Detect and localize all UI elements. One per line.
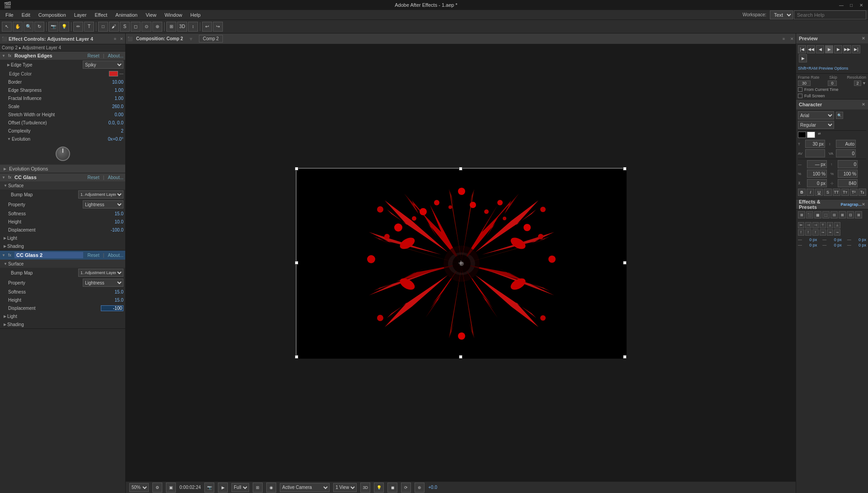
prev-back-frame[interactable]: ◀ (816, 45, 824, 53)
tool-clone[interactable]: S (120, 22, 130, 32)
cc-glass-reset[interactable]: Reset (88, 175, 99, 180)
tool-eraser[interactable]: ◻ (131, 22, 141, 32)
roughen-edges-header[interactable]: ▼ fx Roughen Edges Reset | About... (0, 52, 125, 60)
prev-last[interactable]: ▶| (852, 45, 860, 53)
cc-glass-about[interactable]: About... (108, 175, 123, 180)
paragraph-tab[interactable]: Paragrap... (840, 202, 862, 207)
tool-pen[interactable]: ✏ (73, 22, 83, 32)
tool-select[interactable]: ↖ (2, 22, 12, 32)
ep-icon-3[interactable]: ▦ (814, 211, 821, 218)
ep-icon-6[interactable]: ⊠ (839, 211, 846, 218)
tool-3d[interactable]: 3D (177, 22, 187, 32)
tool-puppet[interactable]: ⊛ (152, 22, 162, 32)
sub-btn[interactable]: T₂ (859, 189, 866, 196)
scale-v-input[interactable] (838, 170, 858, 178)
evolution-expand[interactable]: ▼ (7, 137, 11, 141)
menu-help[interactable]: Help (187, 11, 204, 19)
px-val-a[interactable]: 0 px (809, 237, 817, 242)
cc-glass-2-displacement-value[interactable]: -100 (101, 305, 123, 311)
comp-menu[interactable]: ≡ (783, 37, 785, 41)
evolution-options-header[interactable]: ▶ Evolution Options (0, 165, 125, 173)
tool-zoom[interactable]: 🔍 (24, 22, 33, 32)
ep-icon-5[interactable]: ⊟ (830, 211, 838, 218)
px-val-b[interactable]: 0 px (809, 243, 817, 247)
prev-fwd-frame[interactable]: ▶ (834, 45, 842, 53)
distrib-center-h[interactable]: ⊺ (805, 229, 811, 236)
cc-glass-2-softness-value[interactable]: 15.0 (101, 289, 123, 294)
comp-tab-comp2[interactable]: Comp 2 (199, 35, 223, 43)
handle-tr[interactable] (623, 167, 627, 171)
tool-shape[interactable]: □ (98, 22, 108, 32)
panel-menu-icon[interactable]: ≡ (114, 37, 116, 41)
py-val-a[interactable]: 0 px (834, 237, 842, 242)
align-center-h[interactable]: ⊣ (805, 222, 811, 228)
comp-settings-btn[interactable]: ⚙ (152, 483, 162, 493)
skip-input[interactable] (828, 81, 837, 86)
comp-snap-btn[interactable]: 📷 (204, 483, 214, 493)
tool-roto[interactable]: ⊙ (142, 22, 151, 32)
preview-options-link[interactable]: Shift+RAM Preview Options (798, 65, 866, 71)
menu-edit[interactable]: Edit (18, 11, 34, 19)
cc-glass-2-surface-header[interactable]: ▼ Surface (0, 260, 125, 268)
stroke-color-swatch[interactable] (807, 132, 815, 138)
zoom-select[interactable]: 50% (129, 483, 149, 492)
panel-close-icon[interactable]: ✕ (120, 37, 123, 41)
handle-bl[interactable] (295, 355, 298, 359)
comp-shadows-btn[interactable]: ◼ (387, 483, 397, 493)
handle-br[interactable] (623, 355, 627, 359)
ep-icon-4[interactable]: ⬚ (822, 211, 830, 218)
prev-play[interactable]: ▶ (825, 45, 833, 53)
handle-tm[interactable] (459, 167, 462, 171)
from-current-time-check[interactable] (798, 87, 802, 92)
complexity-value[interactable]: 2 (101, 128, 123, 133)
roughen-edges-reset[interactable]: Reset (88, 53, 99, 58)
ep-close[interactable]: ✕ (862, 202, 865, 207)
cc-glass-shading-row[interactable]: ▶ Shading (0, 242, 125, 250)
strikethrough-btn[interactable]: S (824, 189, 831, 196)
menu-layer[interactable]: Layer (71, 11, 90, 19)
roughen-edges-about[interactable]: About... (108, 53, 123, 58)
comp-region-btn[interactable]: ▣ (166, 483, 176, 493)
bold-btn[interactable]: B (798, 189, 806, 196)
handle-mr[interactable] (623, 261, 627, 265)
px-input-1[interactable] (807, 160, 827, 168)
minimize-button[interactable]: — (838, 2, 844, 8)
comp-preview-btn[interactable]: ▶ (218, 483, 228, 493)
comp-3d-btn[interactable]: 3D (360, 483, 370, 493)
comp-viewer[interactable] (126, 44, 796, 481)
comp-motion-btn[interactable]: ⟳ (401, 483, 411, 493)
edge-sharpness-value[interactable]: 1.00 (101, 88, 123, 93)
cc-glass-2-shading-row[interactable]: ▶ Shading (0, 320, 125, 328)
tool-undo[interactable]: ↩ (202, 22, 212, 32)
search-input[interactable] (794, 10, 866, 19)
evolution-opts-expand[interactable]: ▶ (4, 167, 6, 171)
effects-presets-header[interactable]: Effects & Presets Paragrap... ✕ (796, 199, 868, 209)
edge-type-expand[interactable]: ▶ (7, 63, 10, 67)
active-camera-select[interactable]: Active Camera (280, 483, 330, 492)
preview-header[interactable]: Preview ✕ (796, 33, 868, 43)
comp-close[interactable]: ✕ (790, 37, 794, 41)
menu-effect[interactable]: Effect (91, 11, 111, 19)
cc-glass-2-bumpmap-select[interactable]: 1. Adjustment Layer 4 (78, 269, 123, 277)
comp-lights-btn[interactable]: 💡 (374, 483, 384, 493)
leading-input[interactable] (836, 140, 856, 148)
tool-rotate[interactable]: ↻ (34, 22, 44, 32)
cc-glass-2-property-select[interactable]: Lightness (83, 279, 123, 287)
full-screen-check[interactable] (798, 94, 802, 98)
cc-glass-displacement-value[interactable]: -100.0 (101, 228, 123, 232)
resolution-input[interactable] (854, 81, 861, 86)
tracking-input[interactable] (836, 149, 856, 157)
maximize-button[interactable]: □ (848, 2, 854, 8)
align-left[interactable]: ⊢ (798, 222, 804, 228)
menu-window[interactable]: Window (161, 11, 186, 19)
tool-pins[interactable]: ↕ (188, 22, 198, 32)
py-input-1[interactable] (838, 160, 858, 168)
character-header[interactable]: Character ✕ (796, 100, 868, 109)
cc-glass-2-collapse[interactable]: ▼ (2, 253, 5, 257)
preview-collapse[interactable]: ✕ (862, 36, 865, 41)
comp-wireframe-btn[interactable]: ⊛ (415, 483, 425, 493)
cc-glass-surface-header[interactable]: ▼ Surface (0, 181, 125, 190)
handle-tl[interactable] (295, 167, 298, 171)
ep-icon-7[interactable]: ⊡ (847, 211, 854, 218)
pz-val-a[interactable]: 0 px (859, 237, 866, 242)
